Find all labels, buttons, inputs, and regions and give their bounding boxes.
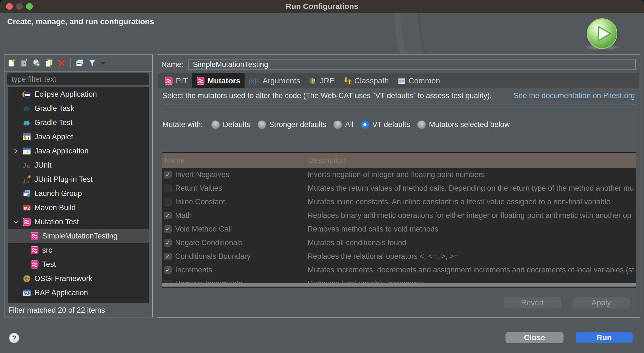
tab-arguments[interactable]: (x)=Arguments bbox=[245, 73, 305, 88]
tree-item-gradle-test[interactable]: Gradle Test bbox=[8, 116, 149, 130]
mutator-row-remove-increments[interactable]: ✓Remove IncrementsRemoves local variable… bbox=[162, 277, 636, 283]
new-launch-config-button[interactable] bbox=[7, 58, 16, 68]
minimize-button[interactable] bbox=[16, 3, 23, 10]
tree-item-test[interactable]: Test bbox=[8, 257, 149, 272]
mutator-description: Removes method calls to void methods bbox=[305, 225, 636, 233]
export-launch-config-button[interactable] bbox=[32, 58, 41, 68]
horizontal-scrollbar[interactable] bbox=[162, 283, 636, 287]
mutator-name-cell: ✓Inline Constant bbox=[162, 198, 305, 206]
radio-mutators-selected-below[interactable]: Mutators selected below bbox=[417, 120, 510, 129]
apply-button[interactable]: Apply bbox=[573, 297, 630, 309]
tree-item-label: SimpleMutationTesting bbox=[42, 232, 118, 240]
tab-label: PIT bbox=[176, 76, 188, 85]
radio-vt-defaults[interactable]: VT defaults bbox=[361, 120, 410, 129]
duplicate-launch-config-button[interactable] bbox=[44, 58, 54, 68]
filter-button[interactable] bbox=[87, 58, 97, 68]
checkbox-checked[interactable]: ✓ bbox=[164, 253, 172, 260]
radio-label: VT defaults bbox=[372, 120, 410, 129]
close-dialog-button[interactable]: Close bbox=[505, 332, 564, 343]
tab-pit[interactable]: PIT bbox=[160, 73, 192, 88]
mutator-row-negate-conditionals[interactable]: ✓Negate ConditionalsMutates all conditio… bbox=[162, 236, 636, 250]
radio-unselected-icon[interactable] bbox=[333, 120, 342, 129]
svg-text:J: J bbox=[23, 162, 26, 169]
radio-selected-icon[interactable] bbox=[361, 120, 369, 129]
mutator-description: Mutates the return values of method call… bbox=[305, 184, 636, 193]
gradle-dark-icon bbox=[22, 104, 32, 113]
tree-item-java-applet[interactable]: JJava Applet bbox=[8, 130, 149, 144]
mutator-row-void-method-call[interactable]: ✓Void Method CallRemoves method calls to… bbox=[162, 222, 636, 236]
chevron-down-icon[interactable] bbox=[13, 219, 22, 225]
mutator-row-inline-constant[interactable]: ✓Inline ConstantMutates inline constants… bbox=[162, 195, 636, 209]
checkbox-checked[interactable]: ✓ bbox=[164, 225, 172, 233]
tab-common[interactable]: Common bbox=[393, 73, 444, 88]
tree-item-label: RWT Application bbox=[34, 303, 90, 303]
radio-unselected-icon[interactable] bbox=[258, 120, 266, 129]
tree-item-junit-plug-in-test[interactable]: JuJUnit Plug-in Test bbox=[8, 172, 149, 187]
column-header-name[interactable]: Name bbox=[162, 156, 305, 165]
radio-unselected-icon[interactable] bbox=[417, 120, 426, 129]
tree-item-rap-application[interactable]: RAPRAP Application bbox=[8, 286, 149, 300]
filter-menu-caret[interactable] bbox=[100, 62, 105, 65]
tree-item-maven-build[interactable]: m2Maven Build bbox=[8, 201, 149, 215]
tree-item-launch-group[interactable]: Launch Group bbox=[8, 187, 149, 201]
filter-text-input[interactable] bbox=[7, 73, 149, 85]
tree-item-gradle-task[interactable]: Gradle Task bbox=[8, 101, 149, 116]
checkbox-checked[interactable]: ✓ bbox=[164, 171, 172, 178]
checkbox-checked[interactable]: ✓ bbox=[164, 266, 172, 274]
zoom-button[interactable] bbox=[26, 3, 33, 10]
collapse-all-button[interactable] bbox=[75, 58, 84, 68]
checkbox-unchecked[interactable]: ✓ bbox=[164, 198, 172, 206]
tree-item-src[interactable]: src bbox=[8, 243, 149, 257]
tree-item-eclipse-application[interactable]: Eclipse Application bbox=[8, 87, 149, 101]
radio-unselected-icon[interactable] bbox=[211, 120, 220, 129]
checkbox-unchecked[interactable]: ✓ bbox=[164, 185, 172, 192]
chevron-right-icon[interactable] bbox=[13, 148, 22, 154]
svg-text:RAP: RAP bbox=[24, 292, 30, 295]
tree-item-mutation-test[interactable]: Mutation Test bbox=[8, 215, 149, 229]
column-header-description[interactable]: Description bbox=[305, 155, 636, 166]
help-button[interactable]: ? bbox=[9, 333, 19, 343]
tree-item-label: Mutation Test bbox=[34, 218, 79, 226]
tree-item-label: OSGi Framework bbox=[34, 274, 92, 283]
tree-item-label: RAP Application bbox=[34, 289, 88, 297]
mutator-row-conditionals-boundary[interactable]: ✓Conditionals BoundaryReplaces the relat… bbox=[162, 250, 636, 263]
tab-jre[interactable]: JRE bbox=[304, 73, 339, 88]
tab-label: Classpath bbox=[354, 76, 389, 85]
radio-all[interactable]: All bbox=[333, 120, 353, 129]
mutator-row-increments[interactable]: ✓IncrementsMutates increments, decrement… bbox=[162, 263, 636, 277]
pitest-doc-link[interactable]: See the documentation on Pitest.org bbox=[514, 91, 635, 100]
tree-item-junit[interactable]: JuJUnit bbox=[8, 158, 149, 172]
tree-item-label: Java Applet bbox=[34, 133, 73, 141]
run-button[interactable]: Run bbox=[576, 332, 633, 343]
mutator-description: Mutates increments, decrements and assig… bbox=[305, 266, 636, 274]
mutator-description: Mutates inline constants. An inline cons… bbox=[305, 198, 636, 206]
tab-classpath[interactable]: Classpath bbox=[339, 73, 393, 88]
jre-icon bbox=[308, 76, 317, 85]
tree-item-simplemutationtesting[interactable]: SimpleMutationTesting bbox=[8, 229, 149, 243]
config-tabbar: PITMutators(x)=ArgumentsJREClasspathComm… bbox=[158, 73, 639, 88]
close-button[interactable] bbox=[6, 3, 13, 10]
mutator-row-math[interactable]: ✓MathReplaces binary arithmetic operatio… bbox=[162, 209, 636, 222]
mutator-row-return-values[interactable]: ✓Return ValuesMutates the return values … bbox=[162, 182, 636, 195]
tree-item-osgi-framework[interactable]: OSGi Framework bbox=[8, 272, 149, 286]
checkbox-unchecked[interactable]: ✓ bbox=[164, 280, 172, 283]
checkbox-checked[interactable]: ✓ bbox=[164, 239, 172, 247]
revert-button[interactable]: Revert bbox=[504, 297, 561, 309]
config-name-input[interactable] bbox=[188, 59, 636, 70]
tree-item-label: Java Application bbox=[34, 147, 89, 155]
radio-label: Stronger defaults bbox=[269, 120, 326, 129]
mutator-row-invert-negatives[interactable]: ✓Invert NegativesInverts negation of int… bbox=[162, 168, 636, 182]
mutator-description: Inverts negation of integer and floating… bbox=[305, 170, 636, 179]
tree-item-rwt-application[interactable]: RWT Application bbox=[8, 300, 149, 303]
new-launch-prototype-button[interactable]: P bbox=[19, 58, 29, 68]
tree-item-java-application[interactable]: JJava Application bbox=[8, 144, 149, 158]
tab-mutators[interactable]: Mutators bbox=[192, 73, 245, 88]
svg-text:P: P bbox=[22, 62, 25, 66]
delete-launch-config-button[interactable] bbox=[57, 58, 66, 68]
radio-stronger-defaults[interactable]: Stronger defaults bbox=[258, 120, 326, 129]
svg-text:J: J bbox=[26, 150, 28, 154]
mutator-name-cell: ✓Math bbox=[162, 211, 305, 220]
radio-defaults[interactable]: Defaults bbox=[211, 120, 250, 129]
rap-icon: RAP bbox=[22, 288, 32, 298]
checkbox-checked[interactable]: ✓ bbox=[164, 212, 172, 219]
